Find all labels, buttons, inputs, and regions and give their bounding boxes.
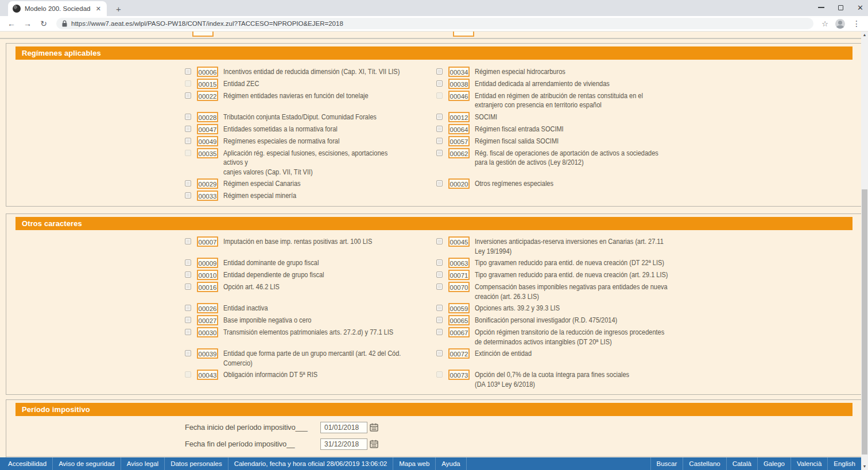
scrollbar-thumb[interactable] (862, 189, 867, 455)
back-icon[interactable]: ← (5, 19, 18, 28)
footer-link[interactable]: Datos personales (165, 457, 228, 470)
form-cell: 00022Régimen entidades navieras en funci… (6, 90, 431, 111)
form-row: 00010Entidad dependiente de grupo fiscal… (6, 269, 862, 281)
code-box-00065: 00065 (448, 315, 470, 325)
code-box-00071: 00071 (448, 270, 470, 280)
code-box-00007: 00007 (197, 236, 218, 247)
checkbox-00038[interactable] (436, 80, 443, 87)
footer-link[interactable]: Accesibilidad (2, 457, 53, 470)
bookmark-star-icon[interactable]: ☆ (819, 20, 831, 28)
checkbox-00063[interactable] (436, 259, 443, 266)
checkbox-00039[interactable] (185, 350, 191, 356)
footer-filler (467, 457, 650, 470)
footer-link[interactable]: Valencià (790, 457, 827, 470)
checkbox-00026[interactable] (185, 305, 191, 311)
row-label: Opción régimen transitorio de la reducci… (475, 327, 815, 347)
tab-close-icon[interactable]: ✕ (95, 5, 102, 13)
footer-link[interactable]: Buscar (650, 457, 683, 470)
row-label: Entidad inactiva (223, 303, 406, 313)
section-title: Regímenes aplicables (16, 46, 852, 60)
checkbox-00047[interactable] (185, 126, 191, 132)
footer-link[interactable]: Català (726, 457, 757, 470)
checkbox-00072[interactable] (436, 350, 443, 356)
checkbox-00045[interactable] (436, 238, 443, 244)
scroll-down-icon[interactable]: ▼ (861, 463, 868, 470)
period-end-input[interactable] (320, 438, 367, 450)
tab-bar: Modelo 200. Sociedades 2018 ✕ + ✕ (0, 0, 868, 16)
form-cell: 00033Régimen especial minería (6, 190, 431, 202)
calendar-icon[interactable] (370, 439, 380, 449)
footer-link[interactable]: Ayuda (436, 457, 466, 470)
row-label: Tipo gravamen reducido para entid. de nu… (475, 258, 815, 268)
checkbox-panel: Otros caracteres 00007Imputación en base… (6, 213, 862, 395)
checkbox-00071[interactable] (436, 271, 443, 278)
checkbox-00006[interactable] (185, 68, 191, 75)
form-cell (431, 190, 862, 202)
form-cell: 00072Extinción de entidad (431, 348, 862, 369)
checkbox-00027[interactable] (185, 317, 191, 323)
checkbox-00012[interactable] (436, 114, 443, 120)
checkbox-00034[interactable] (436, 68, 443, 75)
menu-dots-icon[interactable]: ⋮ (850, 19, 863, 28)
checkbox-00030[interactable] (185, 329, 191, 335)
checkbox-00033[interactable] (185, 192, 191, 199)
checkbox-00049[interactable] (185, 138, 191, 144)
reload-icon[interactable]: ↻ (37, 19, 51, 28)
checkbox-00020[interactable] (436, 180, 443, 187)
browser-tab[interactable]: Modelo 200. Sociedades 2018 ✕ (8, 1, 107, 16)
checkbox-00073 (436, 371, 443, 378)
code-box-00062: 00062 (448, 148, 470, 158)
scroll-up-icon[interactable]: ▲ (861, 32, 868, 38)
footer-link[interactable]: Castellano (683, 457, 726, 470)
section-rows: 00006Incentivos entidad de reducida dime… (6, 65, 862, 206)
row-label: Opciones arts. 39.2 y 39.3 LIS (475, 303, 815, 313)
checkbox-00029[interactable] (185, 180, 191, 187)
footer-link[interactable]: Calendario, fecha y hora oficial 28/06/2… (228, 457, 394, 470)
cutoff-row-above (0, 32, 868, 38)
footer-link[interactable]: Aviso de seguridad (53, 457, 121, 470)
checkbox-00062[interactable] (436, 150, 443, 156)
checkbox-00016[interactable] (185, 283, 191, 290)
window-close-icon[interactable]: ✕ (857, 4, 863, 11)
form-cell: 00047Entidades sometidas a la normativa … (6, 123, 431, 135)
window-controls: ✕ (818, 0, 863, 15)
checkbox-00059[interactable] (436, 305, 443, 311)
code-box-00029: 00029 (197, 178, 218, 189)
url-bar[interactable]: https://www7.aeat.es/wlpl/PASO-PW18/CONT… (56, 18, 813, 29)
checkbox-00067[interactable] (436, 329, 443, 335)
footer-link[interactable]: English (827, 457, 861, 470)
row-label: Regímenes especiales de normativa foral (223, 136, 406, 146)
checkbox-00028[interactable] (185, 114, 191, 120)
checkbox-00010[interactable] (185, 271, 191, 278)
window-minimize-icon[interactable] (818, 7, 824, 8)
footer-link[interactable]: Galego (757, 457, 790, 470)
profile-avatar[interactable] (835, 19, 845, 29)
calendar-icon[interactable] (370, 422, 380, 433)
window-restore-icon[interactable] (838, 5, 843, 10)
form-row: 00049Regímenes especiales de normativa f… (6, 135, 862, 147)
forward-icon[interactable]: → (21, 19, 34, 28)
footer-link[interactable]: Mapa web (393, 457, 436, 470)
checkbox-00007[interactable] (185, 238, 191, 244)
checkbox-00064[interactable] (436, 126, 443, 132)
footer-link[interactable]: Aviso legal (121, 457, 165, 470)
form-row: 00026Entidad inactiva00059Opciones arts.… (6, 302, 862, 314)
checkbox-00065[interactable] (436, 317, 443, 323)
new-tab-button[interactable]: + (113, 4, 125, 16)
period-start-label: Fecha inicio del período impositivo___ (185, 423, 320, 432)
form-cell: 00057Régimen fiscal salida SOCIMI (431, 135, 862, 147)
row-label: Imputación en base imp. rentas positivas… (223, 236, 406, 247)
period-start-row: Fecha inicio del período impositivo___ (185, 421, 862, 434)
checkbox-00070[interactable] (436, 283, 443, 290)
code-box-00030: 00030 (197, 327, 218, 337)
checkbox-00057[interactable] (436, 138, 443, 144)
checkbox-00009[interactable] (185, 259, 191, 266)
form-cell: 00006Incentivos entidad de reducida dime… (6, 65, 431, 77)
form-row: 00028Tributación conjunta Estado/Diput. … (6, 111, 862, 123)
vertical-scrollbar[interactable]: ▲ ▼ (861, 32, 868, 470)
form-cell: 00065Bonificación personal investigador … (431, 314, 862, 327)
section-title: Otros caracteres (16, 217, 852, 230)
form-cell: 00067Opción régimen transitorio de la re… (431, 327, 862, 348)
period-start-input[interactable] (320, 422, 367, 433)
checkbox-00022[interactable] (185, 92, 191, 99)
